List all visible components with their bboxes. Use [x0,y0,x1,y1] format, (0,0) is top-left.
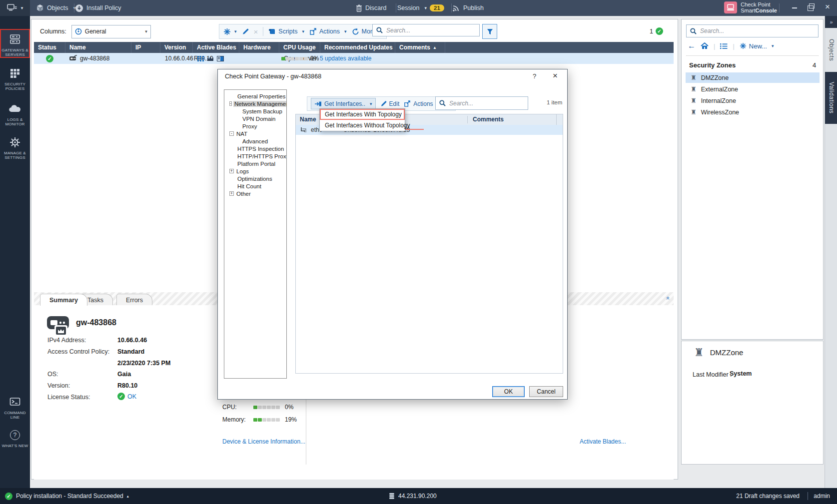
zone-item-wireless[interactable]: ♜ WirelessZone [686,107,820,117]
collapse-icon[interactable]: - [229,101,232,106]
collapse-strip-icon[interactable]: » [825,16,837,28]
ok-button[interactable]: OK [492,386,525,397]
column-header[interactable]: Version [160,42,192,53]
divider [451,3,452,12]
objects-label: Objects [47,4,68,11]
search-placeholder: Search... [449,100,473,107]
tree-item[interactable]: Platform Portal [224,160,286,167]
edit-button[interactable] [242,28,249,35]
tree-item[interactable]: System Backup [224,107,286,115]
columns-dropdown[interactable]: General ▾ [71,25,151,38]
objects-nav-bar: ← | | New... ▾ [688,41,774,50]
interface-actions-menu[interactable]: Actions ▾ [404,100,440,107]
column-header[interactable]: Name [65,42,131,53]
column-header[interactable]: Active Blades [192,42,239,53]
session-menu[interactable]: Session ▾ 21 [397,0,444,16]
minimize-button[interactable] [791,4,798,11]
memory-meter [253,418,280,422]
tree-item[interactable]: Advanced [224,137,286,145]
sidebar-item-whats-new[interactable]: ? WHAT'S NEW [0,425,30,454]
close-button[interactable]: × [824,3,831,10]
back-icon[interactable]: ← [688,41,696,50]
tree-item[interactable]: Hit Count [224,182,286,190]
trash-icon [356,4,362,12]
divider [779,3,780,12]
collapse-panel-icon[interactable]: » [665,297,672,300]
menu-item-with-topology[interactable]: Get Interfaces With Topology [320,109,405,120]
tree-item[interactable]: Optimizations [224,175,286,182]
cancel-button[interactable]: Cancel [529,386,563,397]
help-icon[interactable]: ? [533,72,536,80]
column-header-comments[interactable]: Comments [467,116,504,123]
field-value: Standard [117,348,144,355]
new-object-menu[interactable]: New... ▾ [740,42,774,50]
zone-label: DMZZone [701,74,729,81]
objects-side-panel: Search... ← | | New... ▾ Security Zones … [681,19,824,340]
tree-item[interactable]: -NAT [224,130,286,137]
discard-label: Discard [365,4,386,11]
sidebar-item-manage-settings[interactable]: MANAGE & SETTINGS [0,132,30,161]
sidebar-item-gateways-servers[interactable]: GATEWAYS & SERVERS [0,29,30,58]
objects-menu[interactable]: Objects ▾ [36,0,75,16]
zone-item-dmz[interactable]: ♜ DMZZone [686,72,820,83]
objects-search-input[interactable]: Search... [686,24,819,37]
edit-interface-button[interactable]: Edit [380,100,400,107]
get-interfaces-button[interactable]: Get Interfaces.. ▾ [311,98,376,109]
list-view-icon[interactable] [720,43,728,49]
gateway-table-row[interactable]: ✓ gw-483868 10.66.0.46 R80.10 Open serve… [34,53,674,64]
gateway-search-input[interactable]: Search... [372,24,480,36]
tree-item[interactable]: General Properties [224,92,286,100]
sidebar-item-logs-monitor[interactable]: LOGS & MONITOR [0,98,30,127]
scripts-menu[interactable]: Scripts ▾ [268,28,304,35]
interface-search-input[interactable]: Search... [435,96,528,110]
sidebar-item-command-line[interactable]: COMMAND LINE [0,392,30,421]
tree-item[interactable]: Proxy [224,122,286,130]
zone-item-external[interactable]: ♜ ExternalZone [686,84,820,94]
publish-button[interactable]: Publish [452,0,484,16]
menu-item-without-topology[interactable]: Get Interfaces Without Topology [320,120,405,131]
column-header[interactable]: IP [131,42,160,53]
expand-icon[interactable]: + [229,191,234,196]
tab-validations[interactable]: Validations [825,72,837,124]
column-header[interactable]: CPU Usage [279,42,320,53]
home-icon[interactable] [701,42,709,49]
dialog-navigation-tree: General Properties -Network Management S… [224,89,287,379]
tree-item-selected[interactable]: -Network Management [224,100,286,107]
restore-button[interactable] [807,4,814,11]
tab-summary[interactable]: Summary [40,294,87,306]
tree-item[interactable]: HTTP/HTTPS Proxy [224,152,286,160]
updates-link[interactable]: 5 updates available [320,53,371,64]
user-label: admin [814,493,830,500]
tree-item[interactable]: HTTPS Inspection [224,145,286,152]
column-header-name[interactable]: Name [300,116,316,123]
column-header[interactable]: Status [34,42,65,53]
smartconsole-logo-icon [724,1,737,13]
install-policy-button[interactable]: Install Policy [75,0,121,16]
column-header-comments[interactable]: Comments ▲ [395,42,445,53]
tree-item[interactable]: VPN Domain [224,115,286,122]
tab-objects[interactable]: Objects [825,29,837,71]
expand-icon[interactable]: + [229,169,234,173]
device-license-link[interactable]: Device & License Information... [222,438,305,445]
sidebar-item-security-policies[interactable]: SECURITY POLICIES [0,63,30,92]
actions-menu[interactable]: Actions ▾ [309,28,347,35]
discard-button[interactable]: Discard [356,0,386,16]
column-header[interactable]: Recommended Updates [320,42,395,53]
activate-blades-link[interactable]: Activate Blades... [580,438,626,445]
column-header[interactable]: Hardware [239,42,279,53]
new-gateway-button[interactable]: ▾ [223,28,237,35]
app-menu-button[interactable]: ▾ [0,0,30,16]
delete-button[interactable]: × [254,27,258,36]
tree-item[interactable]: +Other [224,190,286,197]
license-status-link[interactable]: OK [127,393,136,400]
tree-item[interactable]: +Logs [224,167,286,175]
policy-status[interactable]: ✓ Policy installation - Standard Succeed… [5,488,129,504]
user-name[interactable]: admin [814,488,830,504]
collapse-icon[interactable]: - [229,131,234,136]
install-policy-label: Install Policy [86,4,121,11]
close-icon[interactable]: × [553,71,558,81]
tab-errors[interactable]: Errors [116,294,152,306]
filter-button[interactable] [482,24,497,39]
zone-item-internal[interactable]: ♜ InternalZone [686,95,820,106]
zone-detail-name: DMZZone [710,348,744,357]
